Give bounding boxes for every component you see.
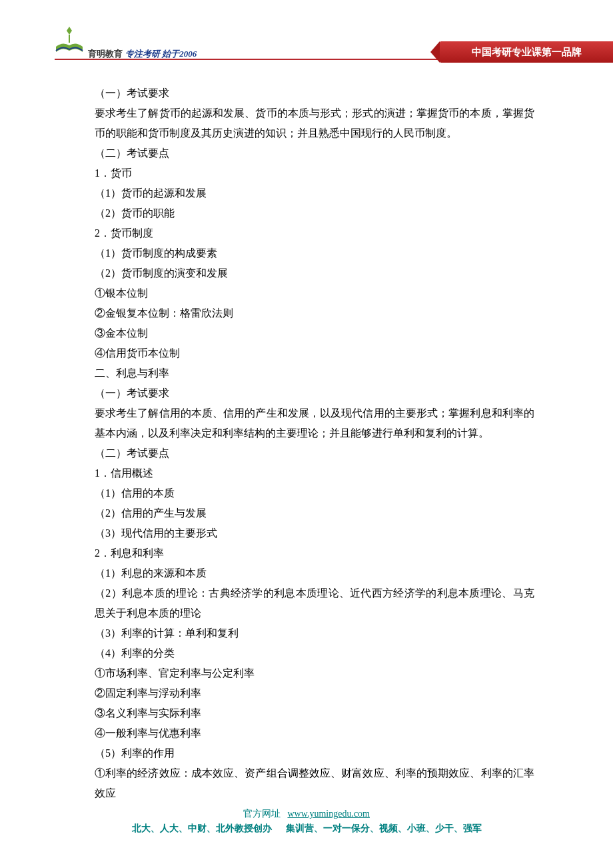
content-line: （1）信用的本质 bbox=[95, 483, 534, 503]
brand-banner: 中国考研专业课第一品牌 bbox=[440, 41, 613, 63]
content-line: 1．信用概述 bbox=[95, 463, 534, 483]
content-line: ②固定利率与浮动利率 bbox=[95, 683, 534, 703]
page-header: 育明教育 专注考研 始于2006 中国考研专业课第一品牌 bbox=[0, 0, 613, 63]
document-content: （一）考试要求 要求考生了解货币的起源和发展、货币的本质与形式；形式的演进；掌握… bbox=[0, 63, 613, 803]
logo-area: 育明教育 专注考研 始于2006 bbox=[55, 25, 197, 60]
content-line: （一）考试要求 bbox=[95, 383, 534, 403]
svg-marker-0 bbox=[67, 27, 72, 35]
footer-info-line: 北大、人大、中财、北外教授创办 集训营、一对一保分、视频、小班、少干、强军 bbox=[0, 821, 613, 836]
content-line: ②金银复本位制：格雷欣法则 bbox=[95, 303, 534, 323]
footer-founders: 北大、人大、中财、北外教授创办 bbox=[132, 823, 272, 833]
content-line: 2．货币制度 bbox=[95, 223, 534, 243]
logo-tagline: 专注考研 始于2006 bbox=[125, 49, 197, 59]
footer-url[interactable]: www.yumingedu.com bbox=[287, 809, 370, 819]
content-line: （3）利率的计算：单利和复利 bbox=[95, 623, 534, 643]
content-line: ④信用货币本位制 bbox=[95, 343, 534, 363]
footer-url-line: 官方网址 www.yumingedu.com bbox=[0, 807, 613, 821]
content-line: （一）考试要求 bbox=[95, 83, 534, 103]
content-line: 要求考生了解信用的本质、信用的产生和发展，以及现代信用的主要形式；掌握利息和利率… bbox=[95, 403, 534, 443]
logo-brand-text: 育明教育 bbox=[88, 49, 123, 59]
content-line: ①银本位制 bbox=[95, 283, 534, 303]
content-line: ③名义利率与实际利率 bbox=[95, 703, 534, 723]
content-line: （2）信用的产生与发展 bbox=[95, 503, 534, 523]
content-line: （2）货币的职能 bbox=[95, 203, 534, 223]
content-line: 1．货币 bbox=[95, 163, 534, 183]
content-line: 二、利息与利率 bbox=[95, 363, 534, 383]
content-line: 2．利息和利率 bbox=[95, 543, 534, 563]
footer-services: 集训营、一对一保分、视频、小班、少干、强军 bbox=[286, 823, 482, 833]
content-line: ③金本位制 bbox=[95, 323, 534, 343]
content-line: （2）货币制度的演变和发展 bbox=[95, 263, 534, 283]
content-line: （1）货币的起源和发展 bbox=[95, 183, 534, 203]
content-line: （3）现代信用的主要形式 bbox=[95, 523, 534, 543]
content-line: （1）货币制度的构成要素 bbox=[95, 243, 534, 263]
header-divider bbox=[55, 59, 440, 60]
page-footer: 官方网址 www.yumingedu.com 北大、人大、中财、北外教授创办 集… bbox=[0, 807, 613, 836]
content-line: ①利率的经济效应：成本效应、资产组合调整效应、财富效应、利率的预期效应、利率的汇… bbox=[95, 763, 534, 803]
content-line: （二）考试要点 bbox=[95, 443, 534, 463]
content-line: （二）考试要点 bbox=[95, 143, 534, 163]
content-line: ④一般利率与优惠利率 bbox=[95, 723, 534, 743]
logo-icon bbox=[55, 25, 84, 60]
content-line: （4）利率的分类 bbox=[95, 643, 534, 663]
content-line: （1）利息的来源和本质 bbox=[95, 563, 534, 583]
content-line: 要求考生了解货币的起源和发展、货币的本质与形式；形式的演进；掌握货币的本质，掌握… bbox=[95, 103, 534, 143]
content-line: （2）利息本质的理论：古典经济学的利息本质理论、近代西方经济学的利息本质理论、马… bbox=[95, 583, 534, 623]
content-line: ①市场利率、官定利率与公定利率 bbox=[95, 663, 534, 683]
content-line: （5）利率的作用 bbox=[95, 743, 534, 763]
footer-url-label: 官方网址 bbox=[243, 809, 281, 819]
